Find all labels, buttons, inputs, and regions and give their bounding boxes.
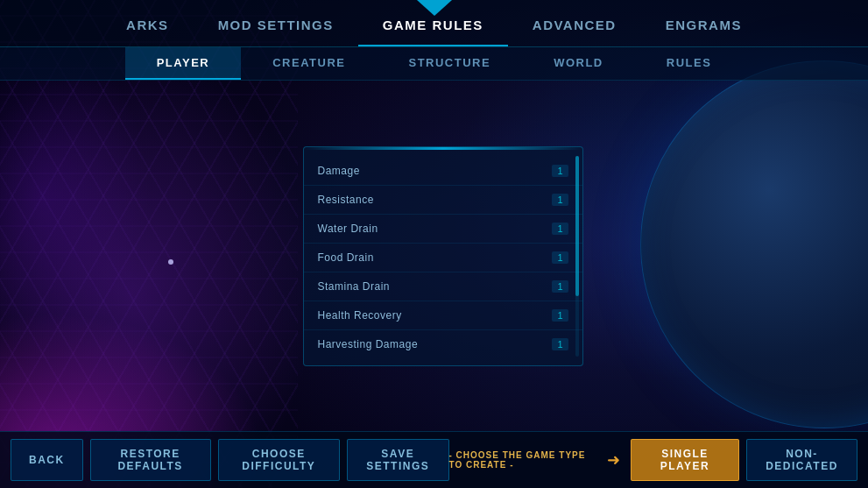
main-content: Damage 1 Resistance 1 Water Drain 1 Food… bbox=[0, 81, 868, 431]
settings-item-health-recovery[interactable]: Health Recovery 1 bbox=[304, 301, 582, 330]
subnav-world[interactable]: WORLD bbox=[522, 47, 635, 80]
arrow-icon: ➜ bbox=[607, 450, 620, 470]
nav-item-arks[interactable]: ARKS bbox=[102, 11, 194, 39]
settings-list: Damage 1 Resistance 1 Water Drain 1 Food… bbox=[304, 150, 582, 365]
settings-value-food-drain: 1 bbox=[552, 251, 568, 264]
back-button[interactable]: BACK bbox=[11, 439, 83, 481]
non-dedicated-button[interactable]: NON-DEDICATED bbox=[746, 439, 857, 481]
settings-value-damage: 1 bbox=[552, 165, 568, 177]
settings-label-damage: Damage bbox=[318, 165, 360, 177]
settings-item-resistance[interactable]: Resistance 1 bbox=[304, 186, 582, 215]
restore-defaults-button[interactable]: RESTORE DEFAULTS bbox=[90, 439, 211, 481]
toolbar-left-buttons: BACK RESTORE DEFAULTS CHOOSE DIFFICULTY … bbox=[11, 439, 449, 481]
nav-item-mod-settings[interactable]: MOD SETTINGS bbox=[194, 11, 358, 39]
settings-value-health-recovery: 1 bbox=[552, 309, 568, 322]
settings-value-resistance: 1 bbox=[552, 194, 568, 206]
save-settings-button[interactable]: SAVE SETTINGS bbox=[347, 439, 449, 481]
settings-label-health-recovery: Health Recovery bbox=[318, 309, 402, 322]
settings-item-harvesting-damage[interactable]: Harvesting Damage 1 bbox=[304, 330, 582, 358]
settings-value-stamina-drain: 1 bbox=[552, 280, 568, 293]
subnav-player[interactable]: PLAYER bbox=[125, 47, 242, 80]
subnav-structure[interactable]: STRUCTURE bbox=[377, 47, 522, 80]
settings-item-water-drain[interactable]: Water Drain 1 bbox=[304, 215, 582, 244]
subnav-rules[interactable]: RULES bbox=[635, 47, 744, 80]
settings-item-food-drain[interactable]: Food Drain 1 bbox=[304, 244, 582, 272]
toolbar-right-buttons: - CHOOSE THE GAME TYPE TO CREATE - ➜ SIN… bbox=[449, 439, 857, 481]
nav-item-advanced[interactable]: ADVANCED bbox=[508, 11, 641, 39]
settings-panel: Damage 1 Resistance 1 Water Drain 1 Food… bbox=[303, 146, 583, 366]
ui-layer: ARKS MOD SETTINGS GAME RULES ADVANCED EN… bbox=[0, 0, 868, 488]
settings-label-food-drain: Food Drain bbox=[318, 251, 374, 264]
settings-label-harvesting-damage: Harvesting Damage bbox=[318, 338, 419, 350]
choose-hint-text: - CHOOSE THE GAME TYPE TO CREATE - bbox=[449, 450, 595, 470]
choose-difficulty-button[interactable]: CHOOSE DIFFICULTY bbox=[218, 439, 340, 481]
settings-item-stamina-drain[interactable]: Stamina Drain 1 bbox=[304, 272, 582, 301]
settings-value-harvesting-damage: 1 bbox=[552, 338, 568, 350]
nav-item-engrams[interactable]: ENGRAMS bbox=[641, 11, 766, 39]
sub-navigation: PLAYER CREATURE STRUCTURE WORLD RULES bbox=[0, 47, 868, 81]
subnav-creature[interactable]: CREATURE bbox=[241, 47, 377, 80]
settings-item-damage[interactable]: Damage 1 bbox=[304, 157, 582, 186]
settings-label-resistance: Resistance bbox=[318, 194, 374, 206]
single-player-button[interactable]: SINGLE PLAYER bbox=[631, 439, 739, 481]
scrollbar-track[interactable] bbox=[575, 156, 579, 357]
settings-value-water-drain: 1 bbox=[552, 223, 568, 235]
bottom-toolbar: BACK RESTORE DEFAULTS CHOOSE DIFFICULTY … bbox=[0, 431, 868, 488]
settings-label-water-drain: Water Drain bbox=[318, 223, 378, 235]
scrollbar-thumb[interactable] bbox=[575, 156, 579, 296]
logo-triangle bbox=[417, 0, 452, 16]
settings-label-stamina-drain: Stamina Drain bbox=[318, 280, 391, 293]
